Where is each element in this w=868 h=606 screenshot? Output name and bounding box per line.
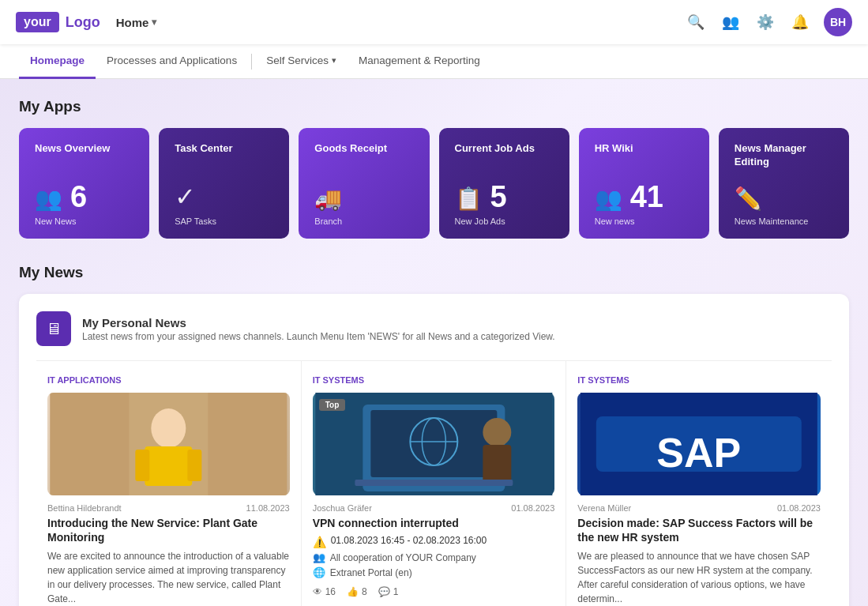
app-card-icon-row: ✏️ (735, 186, 833, 212)
app-card-title: News Manager Editing (735, 142, 833, 169)
checkmark-icon: ✓ (175, 182, 196, 212)
svg-rect-6 (208, 393, 287, 495)
news-stats: 👁 16 👍 8 💬 1 (313, 586, 555, 597)
comment-icon: 💬 (378, 586, 390, 597)
home-button[interactable]: Home ▾ (116, 16, 157, 29)
news-image-sap: SAP (577, 393, 821, 495)
app-card-hr-wiki[interactable]: HR Wiki 👥 41 New news (579, 128, 709, 239)
logo-text: Logo (66, 14, 100, 31)
news-article-2[interactable]: IT Systems (302, 361, 567, 606)
likes-count: 8 (362, 586, 367, 597)
likes-stat: 👍 8 (347, 586, 367, 597)
news-info-portal: 🌐 Extranet Portal (en) (313, 566, 555, 578)
news-title: VPN connection interrupted (313, 516, 555, 530)
svg-rect-3 (135, 450, 149, 481)
news-image-person (47, 393, 290, 495)
logo-area: your Logo (16, 12, 100, 32)
app-card-news-manager[interactable]: News Manager Editing ✏️ News Maintenance (719, 128, 849, 239)
svg-rect-5 (50, 393, 129, 495)
news-alert-time: ⚠️ 01.08.2023 16:45 - 02.08.2023 16:00 (313, 535, 555, 548)
news-image-laptop (313, 393, 555, 495)
my-news-title: My News (19, 264, 849, 281)
news-article-3[interactable]: IT Systems SAP Verena Müller 01.08.2023 … (566, 361, 832, 606)
news-tag: IT Applications (47, 375, 290, 385)
nav-item-self-services[interactable]: Self Services ▾ (255, 44, 348, 79)
news-tag: IT Systems (577, 375, 821, 385)
personal-news-title: My Personal News (82, 316, 555, 329)
app-card-news-overview[interactable]: News Overview 👥 6 New News (19, 128, 149, 239)
app-card-number: 5 (490, 182, 507, 212)
news-meta: Bettina Hildebrandt 11.08.2023 (47, 503, 290, 513)
app-card-icon-row: 🚚 (314, 186, 413, 212)
nav-item-processes[interactable]: Processes and Applications (96, 44, 248, 79)
app-card-icon-row: 📋 5 (455, 182, 554, 212)
news-date: 11.08.2023 (246, 503, 290, 513)
news-body: We are excited to announce the introduct… (47, 549, 290, 606)
app-card-sub: New Job Ads (455, 216, 554, 226)
svg-point-1 (151, 408, 186, 448)
news-meta: Verena Müller 01.08.2023 (577, 503, 821, 513)
news-header: 🖥 My Personal News Latest news from your… (36, 311, 832, 361)
chevron-down-icon: ▾ (332, 55, 336, 66)
app-card-title: Goods Receipt (314, 142, 413, 156)
edit-icon: ✏️ (735, 186, 762, 212)
svg-rect-14 (483, 445, 511, 484)
sub-nav: Homepage Processes and Applications Self… (0, 44, 868, 79)
thumbs-up-icon: 👍 (347, 586, 359, 597)
truck-icon: 🚚 (314, 186, 342, 212)
news-section: 🖥 My Personal News Latest news from your… (19, 294, 849, 606)
app-card-icon-row: 👥 41 (595, 182, 693, 212)
portal-text: Extranet Portal (en) (330, 567, 412, 578)
app-card-number: 41 (630, 182, 663, 212)
warning-icon: ⚠️ (313, 536, 326, 548)
chevron-down-icon: ▾ (152, 17, 156, 28)
views-count: 16 (325, 586, 336, 597)
my-apps-title: My Apps (19, 98, 849, 115)
app-card-title: Task Center (175, 142, 273, 156)
app-card-sub: New News (35, 216, 133, 226)
nav-item-management[interactable]: Management & Reporting (348, 44, 491, 79)
settings-icon[interactable]: ⚙️ (754, 11, 776, 33)
news-info-cooperation: 👥 All cooperation of YOUR Company (313, 551, 555, 563)
top-icons: 🔍 👥 ⚙️ 🔔 BH (685, 8, 852, 36)
app-card-title: Current Job Ads (455, 142, 554, 156)
nav-item-homepage[interactable]: Homepage (19, 44, 96, 79)
app-card-task-center[interactable]: Task Center ✓ SAP Tasks (159, 128, 289, 239)
news-body: We are pleased to announce that we have … (577, 549, 821, 606)
news-header-text: My Personal News Latest news from your a… (82, 316, 555, 342)
app-card-title: News Overview (35, 142, 133, 156)
news-title: Introducing the New Service: Plant Gate … (47, 516, 290, 544)
svg-point-13 (483, 418, 511, 446)
news-title: Decision made: SAP Success Factors will … (577, 516, 821, 544)
news-grid: IT Applications (36, 361, 832, 606)
app-card-goods-receipt[interactable]: Goods Receipt 🚚 Branch (299, 128, 429, 239)
svg-rect-9 (370, 410, 497, 477)
app-card-sub: News Maintenance (735, 216, 833, 226)
news-article-1[interactable]: IT Applications (36, 361, 302, 606)
eye-icon: 👁 (313, 586, 322, 597)
search-icon[interactable]: 🔍 (685, 11, 707, 33)
portal-icon: 🌐 (313, 566, 325, 578)
news-tag: IT Systems (313, 375, 555, 385)
app-card-sub: New news (595, 216, 693, 226)
app-card-icon-row: 👥 6 (35, 182, 133, 212)
comments-stat: 💬 1 (378, 586, 399, 597)
top-bar: your Logo Home ▾ 🔍 👥 ⚙️ 🔔 BH (0, 0, 868, 44)
app-card-sub: Branch (314, 216, 413, 226)
monitor-icon: 🖥 (36, 311, 71, 346)
main-content: My Apps News Overview 👥 6 New News Task … (0, 79, 868, 606)
people-icon[interactable]: 👥 (720, 11, 742, 33)
nav-divider (251, 54, 252, 70)
app-card-current-job-ads[interactable]: Current Job Ads 📋 5 New Job Ads (439, 128, 569, 239)
cooperation-text: All cooperation of YOUR Company (330, 552, 476, 563)
people-icon: 👥 (35, 186, 62, 212)
app-cards-grid: News Overview 👥 6 New News Task Center ✓… (19, 128, 849, 239)
svg-text:SAP: SAP (657, 430, 742, 476)
top-badge: Top (319, 399, 346, 411)
app-card-sub: SAP Tasks (175, 216, 273, 226)
personal-news-desc: Latest news from your assigned news chan… (82, 331, 555, 342)
notifications-icon[interactable]: 🔔 (789, 11, 811, 33)
avatar[interactable]: BH (824, 8, 852, 36)
news-author: Verena Müller (577, 503, 631, 513)
alert-time-text: 01.08.2023 16:45 - 02.08.2023 16:00 (331, 535, 487, 546)
